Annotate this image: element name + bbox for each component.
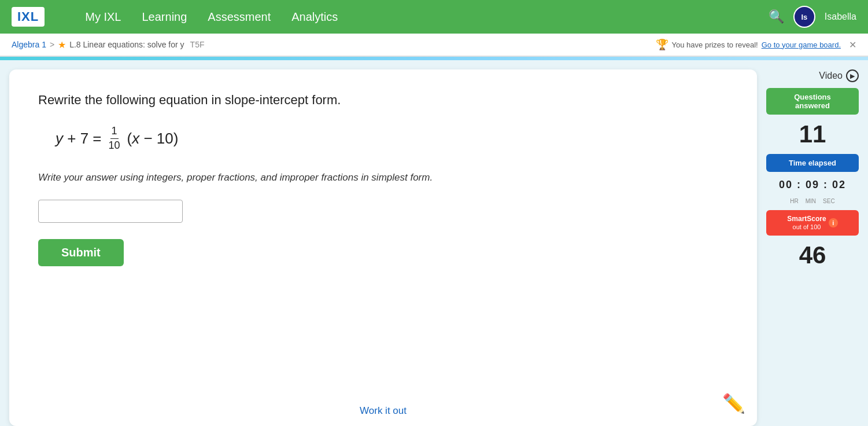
breadcrumb: Algebra 1 > ★ L.8 Linear equations: solv…: [0, 34, 868, 57]
questions-count: 11: [766, 120, 859, 148]
work-it-out-link[interactable]: Work it out: [360, 405, 407, 417]
breadcrumb-code: T5F: [190, 40, 205, 49]
breadcrumb-sep: >: [50, 40, 54, 49]
fraction-1-10: 1 10: [108, 125, 121, 152]
trophy-icon: 🏆: [656, 38, 668, 51]
question-card: Rewrite the following equation in slope-…: [9, 69, 757, 426]
navbar: IXL My IXL Learning Assessment Analytics…: [0, 0, 868, 34]
nav-learning[interactable]: Learning: [142, 10, 187, 24]
favorite-star-icon[interactable]: ★: [58, 39, 66, 50]
nav-links: My IXL Learning Assessment Analytics: [85, 10, 338, 24]
search-button[interactable]: 🔍: [769, 9, 784, 24]
timer-min-label: MIN: [806, 198, 816, 204]
instruction-text: Write your answer using integers, proper…: [38, 172, 728, 183]
equation: y + 7 = 1 10 (x − 10): [56, 125, 728, 152]
eq-lhs: y + 7 =: [56, 130, 102, 148]
smartscore-label: SmartScore out of 100: [787, 215, 826, 231]
smartscore-value: 46: [766, 241, 859, 269]
main-area: Rewrite the following equation in slope-…: [0, 60, 868, 426]
timer-sec-label: SEC: [823, 198, 835, 204]
pencil-icon-button[interactable]: ✏️: [722, 392, 745, 414]
prize-banner: 🏆 You have prizes to reveal! Go to your …: [656, 38, 856, 51]
answer-input[interactable]: [38, 200, 183, 223]
eq-rhs: (x − 10): [127, 130, 179, 148]
nav-assessment[interactable]: Assessment: [208, 10, 271, 24]
smartscore-info-icon[interactable]: i: [829, 218, 838, 227]
prize-text: You have prizes to reveal!: [672, 41, 758, 49]
sidebar-top-row: Video ▶: [766, 69, 859, 82]
play-icon: ▶: [846, 69, 859, 82]
timer-display: 00 : 09 : 02: [766, 179, 859, 191]
nav-right: 🔍 Is Isabella: [769, 6, 856, 28]
time-elapsed-label: Time elapsed: [789, 159, 836, 167]
username-label: Isabella: [825, 12, 856, 22]
avatar: Is: [793, 6, 815, 28]
breadcrumb-subject[interactable]: Algebra 1: [12, 40, 46, 49]
question-text: Rewrite the following equation in slope-…: [38, 93, 728, 108]
time-elapsed-box: Time elapsed: [766, 154, 859, 172]
nav-analytics[interactable]: Analytics: [291, 10, 338, 24]
questions-answered-box: Questionsanswered: [766, 88, 859, 115]
video-button[interactable]: Video ▶: [819, 69, 859, 82]
logo: IXL: [12, 7, 45, 27]
breadcrumb-skill: L.8 Linear equations: solve for y: [69, 40, 184, 49]
timer-labels: HR MIN SEC: [766, 198, 859, 204]
submit-button[interactable]: Submit: [38, 239, 124, 266]
close-prize-button[interactable]: ✕: [849, 39, 856, 50]
nav-myixl[interactable]: My IXL: [85, 10, 121, 24]
smartscore-box: SmartScore out of 100 i: [766, 210, 859, 236]
questions-answered-label: Questionsanswered: [794, 93, 831, 110]
timer-hr-label: HR: [790, 198, 798, 204]
video-label: Video: [819, 71, 843, 81]
sidebar: Video ▶ Questionsanswered 11 Time elapse…: [766, 69, 859, 426]
prize-link[interactable]: Go to your game board.: [762, 41, 841, 49]
